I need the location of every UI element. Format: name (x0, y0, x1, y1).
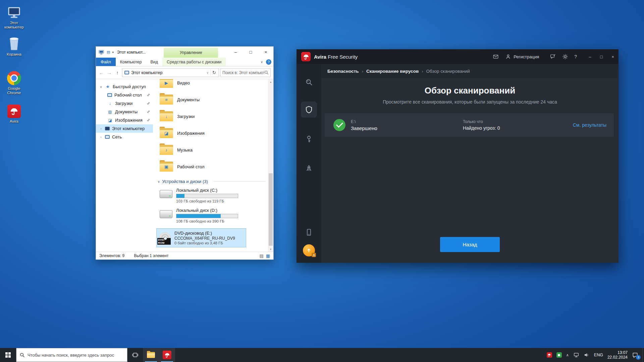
nav-quick-access[interactable]: ∨ ★ Быстрый доступ (96, 82, 153, 91)
nav-documents[interactable]: ▤ Документы (96, 108, 153, 116)
taskbar-explorer-button[interactable] (143, 348, 159, 362)
taskbar-search-input[interactable] (28, 353, 124, 358)
explorer-system-icon[interactable] (99, 50, 104, 55)
show-desktop-button[interactable] (642, 348, 644, 362)
maximize-button[interactable]: □ (596, 49, 607, 64)
volume-icon[interactable] (584, 352, 590, 358)
tab-file[interactable]: Файл (96, 58, 116, 66)
up-icon[interactable]: ↑ (114, 70, 121, 75)
desktop-icon-this-pc[interactable]: Этот компьютер (1, 6, 27, 29)
avira-titlebar: Avira Free Security Регистрация (297, 49, 619, 64)
qat-properties-icon[interactable]: ▤ (107, 50, 110, 54)
nav-network[interactable]: › Сеть (96, 133, 153, 141)
tab-computer[interactable]: Компьютер (116, 58, 146, 66)
avira-main: Безопасность › Сканирование вирусов › Об… (321, 64, 619, 263)
drive-item-c[interactable]: Локальный диск (C:) 103 ГБ свободно из 1… (153, 185, 268, 205)
nav-this-pc[interactable]: › Этот компьютер (96, 124, 153, 133)
scroll-up-icon[interactable]: ▴ (268, 79, 273, 84)
help-icon[interactable]: ? (574, 54, 577, 59)
desktop-icon-recycle-bin[interactable]: Корзина (1, 36, 27, 57)
folder-item-music[interactable]: ♪ Музыка (153, 141, 268, 158)
sidebar-performance-rocket-icon[interactable] (297, 161, 321, 177)
explorer-search[interactable] (220, 68, 271, 77)
nav-downloads[interactable]: ↓ Загрузки (96, 99, 153, 108)
drive-item-d[interactable]: Локальный диск (D:) 108 ГБ свободно из 3… (153, 205, 268, 226)
hidden-icons-chevron[interactable]: ∧ (566, 353, 569, 357)
taskbar-search[interactable] (16, 348, 127, 362)
task-view-button[interactable] (127, 348, 143, 362)
scrollbar[interactable]: ▴ ▾ (268, 79, 273, 252)
quick-access-toolbar[interactable]: ▤ ▾ (107, 50, 114, 54)
sidebar-scan-search-icon[interactable] (297, 74, 321, 90)
scan-time: Только что (463, 119, 483, 124)
see-results-link[interactable]: См. результаты (573, 122, 606, 128)
start-button[interactable] (0, 348, 16, 362)
icons-view-icon[interactable]: ▦ (266, 253, 270, 258)
tray-utility-icon[interactable] (556, 352, 562, 358)
details-view-icon[interactable]: ▤ (259, 253, 263, 258)
feedback-icon[interactable] (550, 54, 556, 60)
back-icon[interactable]: ← (98, 70, 105, 75)
window-title: Этот компьют... (117, 50, 146, 55)
folder-item-documents[interactable]: ≡ Документы (153, 91, 268, 108)
network-icon[interactable] (573, 352, 579, 358)
tab-view[interactable]: Вид (146, 58, 162, 66)
close-button[interactable]: × (607, 49, 619, 64)
devices-group-header[interactable]: ∨ Устройства и диски (3) (158, 179, 268, 184)
folder-item-downloads[interactable]: ↓ Загрузки (153, 108, 268, 125)
person-icon (505, 54, 511, 60)
scrollbar-thumb[interactable] (269, 173, 273, 246)
taskbar-avira-button[interactable] (159, 348, 175, 362)
scroll-down-icon[interactable]: ▾ (268, 246, 273, 252)
back-button[interactable]: Назад (440, 237, 500, 252)
capacity-bar (176, 194, 238, 198)
address-bar[interactable]: Этот компьютер ∨ ↻ (122, 68, 219, 77)
task-view-icon (132, 352, 139, 358)
forward-icon[interactable]: → (106, 70, 113, 75)
nav-desktop[interactable]: Рабочий стол (96, 91, 153, 99)
collapse-icon[interactable]: › (99, 127, 103, 130)
nav-pictures[interactable]: ◪ Изображения (96, 116, 153, 124)
avira-logo-icon (301, 52, 311, 61)
downloads-icon: ↓ (107, 101, 113, 106)
help-icon[interactable]: ? (266, 59, 271, 65)
folder-item-pictures[interactable]: ◪ Изображения (153, 125, 268, 141)
collapse-icon[interactable]: › (99, 135, 103, 139)
expand-icon[interactable]: ∨ (99, 85, 103, 88)
group-collapse-icon[interactable]: ∨ (158, 180, 160, 183)
tray-clock[interactable]: 13:07 22.02.2024 (607, 350, 628, 360)
tab-disk-tools[interactable]: Средства работы с дисками (162, 58, 226, 66)
address-dropdown-icon[interactable]: ∨ (207, 71, 209, 74)
maximize-button[interactable]: □ (243, 47, 258, 58)
ribbon-context-header[interactable]: Управление (164, 48, 218, 58)
sidebar-upgrade-icon[interactable] (297, 244, 321, 256)
desktop-icon-chrome[interactable]: Google Chrome (1, 71, 27, 95)
navigation-pane: ∨ ★ Быстрый доступ Рабочий стол ↓ Загруз… (96, 79, 153, 252)
drive-item-dvd-selected[interactable]: DVD-ROM DVD-дисковод (E:) CCCOMA_X64FRE_… (156, 228, 246, 247)
address-pc-icon (124, 71, 129, 74)
ribbon-collapse-icon[interactable]: ∨ (261, 60, 263, 64)
folder-item-video[interactable]: ▶ Видео (153, 79, 268, 91)
minimize-button[interactable]: – (228, 47, 243, 58)
sidebar-security-shield-icon[interactable] (297, 102, 321, 118)
sidebar-privacy-key-icon[interactable] (297, 131, 321, 147)
breadcrumb-virus-scans[interactable]: Сканирование вирусов (366, 69, 419, 74)
tray-avira-icon[interactable] (547, 352, 552, 358)
file-list-pane: ▶ Видео ≡ Документы ↓ Загрузки ◪ Изображ… (153, 79, 273, 252)
close-button[interactable]: × (258, 47, 273, 58)
explorer-search-input[interactable] (222, 70, 264, 75)
folder-item-desktop[interactable]: ▣ Рабочий стол (153, 158, 268, 175)
settings-gear-icon[interactable] (562, 54, 568, 60)
breadcrumb-security[interactable]: Безопасность (327, 69, 359, 74)
language-indicator[interactable]: ENG (594, 353, 603, 357)
desktop-icon-avira[interactable]: Avira (1, 105, 27, 124)
sidebar-mobile-phone-icon[interactable] (297, 224, 321, 240)
qat-customize-icon[interactable]: ▾ (112, 51, 114, 54)
action-center-icon[interactable]: 3 (632, 352, 639, 358)
scan-result-row[interactable]: E:\ Завершено Только что Найдено угроз: … (325, 113, 614, 137)
mail-icon[interactable] (492, 54, 499, 60)
minimize-button[interactable]: – (584, 49, 596, 64)
registration-button[interactable]: Регистрация (505, 54, 539, 60)
taskbar: ∧ ENG 13:07 22.02.2024 (0, 348, 644, 362)
refresh-icon[interactable]: ↻ (211, 69, 217, 76)
